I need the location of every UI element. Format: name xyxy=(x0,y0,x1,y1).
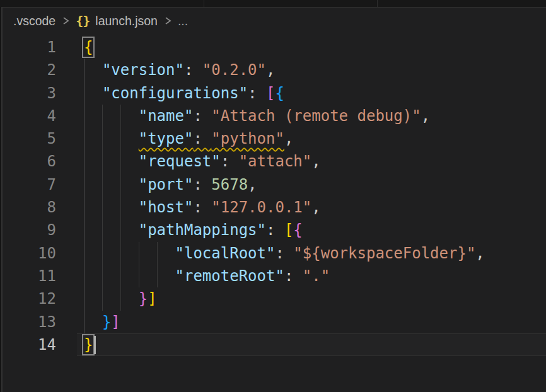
code-segment xyxy=(84,199,139,216)
line-number[interactable]: 7 xyxy=(0,173,56,196)
code-segment xyxy=(84,84,102,102)
breadcrumb-folder[interactable]: .vscode xyxy=(13,14,55,28)
code-line[interactable]: 10 "localRoot": "${workspaceFolder}", xyxy=(0,242,546,265)
text-cursor xyxy=(94,336,96,354)
code-segment: "name" xyxy=(139,107,194,125)
code-line[interactable]: 2 "version": "0.2.0", xyxy=(0,59,546,81)
code-segment: "port" xyxy=(139,176,194,193)
json-object-icon: {} xyxy=(76,13,90,28)
code-segment: } xyxy=(102,313,111,331)
code-line[interactable]: 5 "type": "python", xyxy=(0,127,546,150)
breadcrumb-symbol-ellipsis[interactable]: ... xyxy=(178,14,188,28)
code-text: "configurations": [{ xyxy=(84,82,284,105)
line-number[interactable]: 8 xyxy=(0,196,56,219)
tab-sliver-1[interactable] xyxy=(0,0,204,7)
code-text: "remoteRoot": "." xyxy=(84,265,330,287)
code-segment xyxy=(84,313,102,331)
chevron-right-icon xyxy=(163,14,172,27)
code-segment: , xyxy=(284,130,293,147)
line-number[interactable]: 3 xyxy=(0,82,56,105)
tab-bar xyxy=(0,0,546,7)
chevron-right-icon xyxy=(61,14,70,27)
code-segment: "type" xyxy=(139,130,194,147)
code-segment xyxy=(84,176,139,193)
line-number[interactable]: 9 xyxy=(0,219,56,241)
line-number[interactable]: 14 xyxy=(0,333,56,356)
code-segment: 5678 xyxy=(211,176,248,193)
code-segment: "0.2.0" xyxy=(202,61,266,79)
line-number[interactable]: 13 xyxy=(0,311,56,333)
code-segment xyxy=(84,221,139,239)
code-segment: , xyxy=(266,61,275,79)
code-segment: "configurations" xyxy=(102,84,248,102)
code-line[interactable]: 14} xyxy=(0,333,546,356)
code-segment: , xyxy=(311,153,320,170)
code-line[interactable]: 1{ xyxy=(0,36,546,59)
code-line[interactable]: 13 }] xyxy=(0,311,546,333)
code-segment: , xyxy=(311,199,320,216)
code-segment: : xyxy=(284,267,303,285)
line-number[interactable]: 6 xyxy=(0,150,56,173)
code-segment xyxy=(84,61,102,79)
code-segment xyxy=(84,107,139,125)
code-segment: , xyxy=(475,245,484,262)
line-number[interactable]: 1 xyxy=(0,36,56,59)
code-segment: ] xyxy=(148,290,156,308)
code-segment: "127.0.0.1" xyxy=(211,199,311,216)
tab-sliver-2[interactable] xyxy=(204,0,377,7)
code-segment: : xyxy=(275,245,293,262)
code-text: "port": 5678, xyxy=(84,173,257,196)
code-segment: : xyxy=(193,107,211,125)
code-line[interactable]: 3 "configurations": [{ xyxy=(0,82,546,105)
code-segment: : xyxy=(193,130,211,147)
vscode-editor-window: .vscode {} launch.json ... 1{2 "version"… xyxy=(0,0,546,392)
code-segment: "python" xyxy=(211,130,284,147)
code-line[interactable]: 6 "request": "attach", xyxy=(0,150,546,173)
code-segment xyxy=(84,267,175,285)
bracket-match: } xyxy=(84,336,93,354)
code-text: }] xyxy=(84,287,157,310)
code-segment xyxy=(84,245,175,262)
line-number[interactable]: 2 xyxy=(0,59,56,81)
code-segment: "localRoot" xyxy=(175,245,276,262)
code-segment xyxy=(84,130,139,147)
line-number[interactable]: 5 xyxy=(0,127,56,150)
breadcrumb-file[interactable]: launch.json xyxy=(95,14,158,28)
code-segment: : xyxy=(248,84,266,102)
code-segment: { xyxy=(275,84,284,102)
code-text: "pathMappings": [{ xyxy=(84,219,303,241)
code-text: "name": "Attach (remote debug)", xyxy=(84,105,430,127)
code-segment: "remoteRoot" xyxy=(175,267,284,285)
code-line[interactable]: 8 "host": "127.0.0.1", xyxy=(0,196,546,219)
code-segment xyxy=(84,153,139,170)
code-lines[interactable]: 1{2 "version": "0.2.0",3 "configurations… xyxy=(0,33,546,356)
line-number[interactable]: 10 xyxy=(0,242,56,265)
code-segment: "${workspaceFolder}" xyxy=(293,245,475,262)
code-segment: : xyxy=(266,221,284,239)
code-segment: : xyxy=(184,61,202,79)
code-segment: "Attach (remote debug)" xyxy=(211,107,421,125)
code-segment: "version" xyxy=(102,61,184,79)
code-segment: : xyxy=(193,199,211,216)
code-segment xyxy=(84,290,139,308)
bracket-match: { xyxy=(84,38,93,56)
code-segment: "attach" xyxy=(239,153,312,170)
line-number[interactable]: 12 xyxy=(0,287,56,310)
code-text: "version": "0.2.0", xyxy=(84,59,275,81)
code-segment: , xyxy=(421,107,430,125)
code-line[interactable]: 7 "port": 5678, xyxy=(0,173,546,196)
code-text: } xyxy=(84,333,96,356)
code-line[interactable]: 12 }] xyxy=(0,287,546,310)
code-line[interactable]: 9 "pathMappings": [{ xyxy=(0,219,546,241)
code-segment: [ xyxy=(284,221,293,239)
code-text: "localRoot": "${workspaceFolder}", xyxy=(84,242,485,265)
code-line[interactable]: 11 "remoteRoot": "." xyxy=(0,265,546,287)
code-line[interactable]: 4 "name": "Attach (remote debug)", xyxy=(0,105,546,127)
code-text: }] xyxy=(84,311,120,333)
code-segment: "." xyxy=(303,267,330,285)
line-number[interactable]: 11 xyxy=(0,265,56,287)
code-segment: } xyxy=(139,290,148,308)
line-number[interactable]: 4 xyxy=(0,105,56,127)
tab-sliver-3[interactable] xyxy=(378,0,546,7)
code-segment: , xyxy=(248,176,257,193)
